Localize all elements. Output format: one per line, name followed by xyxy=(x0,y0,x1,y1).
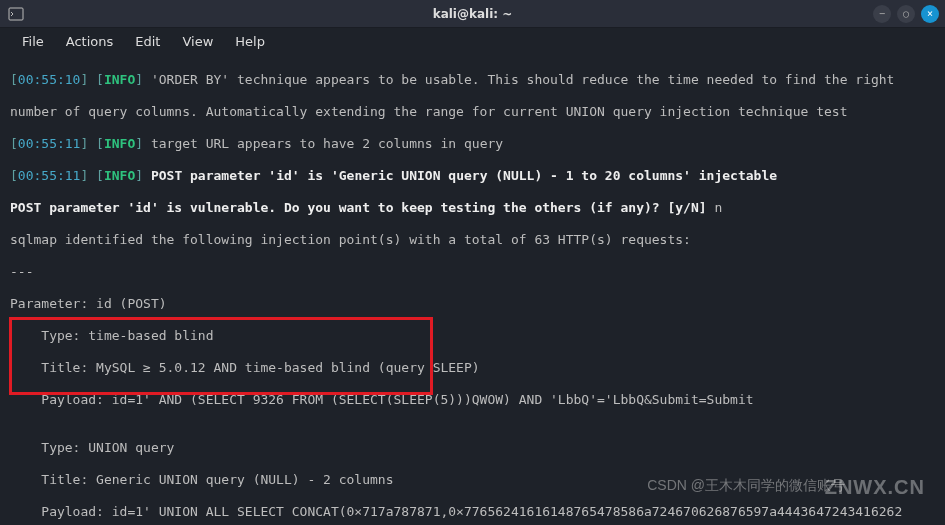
log-line: sqlmap identified the following injectio… xyxy=(10,232,935,248)
log-line: Payload: id=1' UNION ALL SELECT CONCAT(0… xyxy=(10,504,935,520)
log-line: [00:55:11] [INFO] target URL appears to … xyxy=(10,136,935,152)
log-line: [00:55:11] [INFO] POST parameter 'id' is… xyxy=(10,168,935,184)
maximize-button[interactable]: ○ xyxy=(897,5,915,23)
menu-help[interactable]: Help xyxy=(225,31,275,52)
window-title: kali@kali: ~ xyxy=(433,7,513,21)
log-line: --- xyxy=(10,264,935,280)
menu-edit[interactable]: Edit xyxy=(125,31,170,52)
menu-actions[interactable]: Actions xyxy=(56,31,124,52)
terminal-icon xyxy=(8,6,24,22)
titlebar-left xyxy=(8,6,24,22)
log-line: Payload: id=1' AND (SELECT 9326 FROM (SE… xyxy=(10,392,935,408)
log-line: Title: MySQL ≥ 5.0.12 AND time-based bli… xyxy=(10,360,935,376)
close-button[interactable]: × xyxy=(921,5,939,23)
log-line: [00:55:10] [INFO] 'ORDER BY' technique a… xyxy=(10,72,935,88)
menu-view[interactable]: View xyxy=(172,31,223,52)
log-line: POST parameter 'id' is vulnerable. Do yo… xyxy=(10,200,935,216)
menubar: File Actions Edit View Help xyxy=(0,28,945,54)
log-line: number of query columns. Automatically e… xyxy=(10,104,935,120)
terminal-output[interactable]: [00:55:10] [INFO] 'ORDER BY' technique a… xyxy=(0,54,945,525)
log-line: Title: Generic UNION query (NULL) - 2 co… xyxy=(10,472,935,488)
log-line: Type: time-based blind xyxy=(10,328,935,344)
window-titlebar: kali@kali: ~ − ○ × xyxy=(0,0,945,28)
svg-rect-0 xyxy=(9,8,23,20)
window-controls: − ○ × xyxy=(873,5,939,23)
menu-file[interactable]: File xyxy=(12,31,54,52)
log-line: Type: UNION query xyxy=(10,440,935,456)
log-line: Parameter: id (POST) xyxy=(10,296,935,312)
minimize-button[interactable]: − xyxy=(873,5,891,23)
